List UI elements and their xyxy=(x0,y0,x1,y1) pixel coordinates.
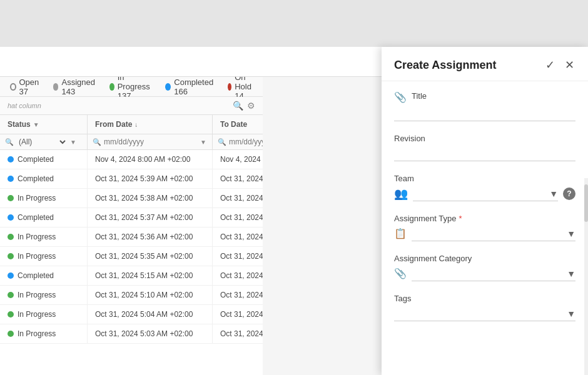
from-date-sort-icon: ↓ xyxy=(134,121,138,128)
th-status-label: Status xyxy=(8,120,31,129)
assignment-type-icon: 📋 xyxy=(394,228,407,239)
td-status: In Progress xyxy=(0,305,88,324)
status-bar: Open 37 Assigned 143 In Progress 137 Com… xyxy=(0,77,263,97)
filter-dropdown-arrow: ▼ xyxy=(70,139,76,146)
table-row[interactable]: Completed Oct 31, 2024 5:15 AM +02:00Oct… xyxy=(0,266,263,286)
assignment-type-select-wrapper: ▼ xyxy=(412,226,575,241)
td-status: In Progress xyxy=(0,228,88,246)
row-status-dot xyxy=(8,156,14,162)
table-row[interactable]: In Progress Oct 31, 2024 5:04 AM +02:00O… xyxy=(0,305,263,324)
team-field-group: Team 👥 ▼ ? xyxy=(394,174,575,201)
team-select[interactable] xyxy=(413,186,558,201)
status-label-open: Open 37 xyxy=(19,78,41,96)
table-row[interactable]: In Progress Oct 31, 2024 5:36 AM +02:00O… xyxy=(0,228,263,247)
th-to-date-label: To Date xyxy=(220,120,247,129)
row-status-dot xyxy=(8,272,14,279)
assignment-type-select[interactable] xyxy=(412,226,575,241)
td-status: In Progress xyxy=(0,324,88,343)
table-row[interactable]: In Progress Oct 31, 2024 5:38 AM +02:00O… xyxy=(0,189,263,208)
filter-from-date[interactable]: 🔍 ▼ xyxy=(88,134,213,149)
confirm-button[interactable]: ✓ xyxy=(544,57,556,73)
required-star: * xyxy=(459,214,462,223)
th-status[interactable]: Status ▼ xyxy=(0,115,88,134)
status-item-assigned[interactable]: Assigned 143 xyxy=(53,78,97,96)
row-status-label: Completed xyxy=(18,213,54,222)
panel-body: 📎 Title Revision Team 👥 xyxy=(382,81,588,375)
top-area xyxy=(0,0,588,47)
td-from-date: Oct 31, 2024 5:04 AM +02:00 xyxy=(88,305,213,324)
panel-header: Create Assignment ✓ ✕ xyxy=(382,47,588,81)
search-icon[interactable]: 🔍 xyxy=(233,101,243,111)
row-status-label: In Progress xyxy=(18,291,56,299)
td-from-date: Oct 31, 2024 5:03 AM +02:00 xyxy=(88,324,213,343)
filter-status[interactable]: 🔍 (All) Completed In Progress Open ▼ xyxy=(0,134,88,149)
th-from-date[interactable]: From Date ↓ xyxy=(88,115,213,134)
category-select[interactable] xyxy=(412,266,575,281)
title-field-group: 📎 Title xyxy=(394,91,575,121)
table-row[interactable]: Completed Nov 4, 2024 8:00 AM +02:00Nov … xyxy=(0,150,263,169)
filter-icon[interactable]: ⚙ xyxy=(247,101,255,111)
revision-label: Revision xyxy=(394,134,575,143)
status-filter-icon: ▼ xyxy=(33,121,39,128)
revision-field-group: Revision xyxy=(394,134,575,161)
td-to-date: Oct 31, 2024 6:09 A... xyxy=(213,169,263,188)
completed-dot xyxy=(165,83,171,91)
revision-input[interactable] xyxy=(394,146,575,161)
td-to-date: Oct 31, 2024 5:34 A... xyxy=(213,305,263,324)
row-status-label: Completed xyxy=(18,174,54,183)
team-select-wrapper: ▼ xyxy=(413,186,558,201)
row-status-dot xyxy=(8,214,14,221)
td-from-date: Oct 31, 2024 5:39 AM +02:00 xyxy=(88,169,213,188)
td-from-date: Nov 4, 2024 8:00 AM +02:00 xyxy=(88,150,213,169)
table-row[interactable]: In Progress Oct 31, 2024 5:35 AM +02:00O… xyxy=(0,247,263,266)
tags-select-wrapper: ▼ xyxy=(394,306,575,321)
td-from-date: Oct 31, 2024 5:36 AM +02:00 xyxy=(88,228,213,246)
th-to-date[interactable]: To Date xyxy=(213,115,263,134)
status-label-completed: Completed 166 xyxy=(174,78,215,96)
assignment-category-label: Assignment Category xyxy=(394,254,575,263)
from-date-input[interactable] xyxy=(104,138,198,146)
assignment-category-field-group: Assignment Category 📎 ▼ xyxy=(394,254,575,281)
td-status: In Progress xyxy=(0,247,88,266)
row-status-dot xyxy=(8,234,14,240)
status-item-completed[interactable]: Completed 166 xyxy=(165,78,215,96)
to-date-input[interactable] xyxy=(229,138,263,146)
title-label: Title xyxy=(412,91,427,101)
filter-to-date-icon: 🔍 xyxy=(218,138,226,146)
category-select-wrapper: ▼ xyxy=(412,266,575,281)
table-row[interactable]: In Progress Oct 31, 2024 5:10 AM +02:00O… xyxy=(0,286,263,305)
row-status-label: In Progress xyxy=(18,252,56,261)
tags-select[interactable] xyxy=(394,306,575,321)
td-from-date: Oct 31, 2024 5:10 AM +02:00 xyxy=(88,286,213,304)
assignment-type-field-group: Assignment Type * 📋 ▼ xyxy=(394,214,575,241)
td-status: In Progress xyxy=(0,286,88,304)
title-input[interactable] xyxy=(394,106,575,121)
status-filter-select[interactable]: (All) Completed In Progress Open xyxy=(16,137,68,147)
team-help-icon[interactable]: ? xyxy=(563,188,575,200)
td-to-date: Oct 31, 2024 5:33 A... xyxy=(213,324,263,343)
row-status-label: In Progress xyxy=(18,232,56,241)
status-item-open[interactable]: Open 37 xyxy=(10,78,41,96)
table-row[interactable]: Completed Oct 31, 2024 5:39 AM +02:00Oct… xyxy=(0,169,263,189)
in-progress-dot xyxy=(109,83,114,91)
row-status-label: In Progress xyxy=(18,310,56,319)
td-status: Completed xyxy=(0,169,88,188)
filter-date-icon: 🔍 xyxy=(93,138,101,146)
table-row[interactable]: In Progress Oct 31, 2024 5:03 AM +02:00O… xyxy=(0,324,263,344)
scrollbar-thumb[interactable] xyxy=(584,184,588,222)
row-status-label: In Progress xyxy=(18,329,56,338)
panel-title: Create Assignment xyxy=(394,59,496,72)
row-status-label: Completed xyxy=(18,271,54,280)
td-from-date: Oct 31, 2024 5:38 AM +02:00 xyxy=(88,189,213,208)
status-label-assigned: Assigned 143 xyxy=(61,78,97,96)
row-status-dot xyxy=(8,195,14,201)
td-status: Completed xyxy=(0,266,88,285)
app-container: Gloria Cheah GC Open 37 Assigned 143 In … xyxy=(0,0,588,375)
filter-to-date[interactable]: 🔍 xyxy=(213,134,263,149)
td-status: Completed xyxy=(0,208,88,227)
td-from-date: Oct 31, 2024 5:37 AM +02:00 xyxy=(88,208,213,227)
scrollbar-track xyxy=(584,178,588,375)
table-headers: Status ▼ From Date ↓ To Date xyxy=(0,115,263,134)
table-row[interactable]: Completed Oct 31, 2024 5:37 AM +02:00Oct… xyxy=(0,208,263,228)
close-button[interactable]: ✕ xyxy=(564,57,575,73)
